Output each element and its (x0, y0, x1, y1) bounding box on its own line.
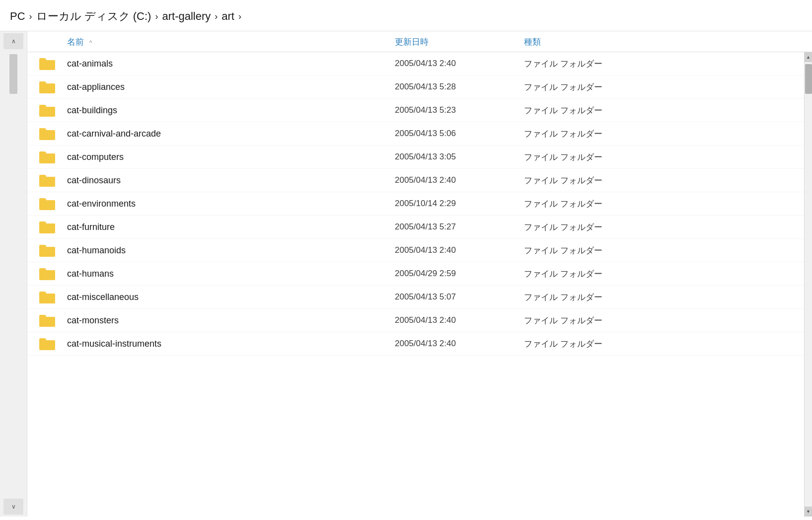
file-type: ファイル フォルダー (524, 268, 804, 280)
scroll-thumb[interactable] (805, 64, 812, 94)
left-scroll-up-button[interactable]: ∧ (3, 33, 23, 49)
file-type: ファイル フォルダー (524, 175, 804, 186)
file-name: cat-humanoids (67, 245, 395, 256)
folder-icon-cell (27, 57, 67, 70)
file-name: cat-buildings (67, 105, 395, 116)
file-date: 2005/04/13 5:06 (395, 129, 524, 139)
column-date-header[interactable]: 更新日時 (395, 36, 524, 48)
right-scrollbar: ▲ ▼ (804, 52, 812, 517)
table-row[interactable]: cat-musical-instruments 2005/04/13 2:40 … (27, 332, 804, 356)
folder-icon-cell (27, 314, 67, 327)
file-date: 2005/04/13 2:40 (395, 59, 524, 69)
file-date: 2005/04/13 5:07 (395, 292, 524, 302)
column-date-label: 更新日時 (395, 37, 429, 47)
folder-icon (39, 150, 55, 163)
folder-icon-cell (27, 80, 67, 93)
breadcrumb-pc[interactable]: PC (10, 10, 25, 23)
file-date: 2005/04/13 2:40 (395, 339, 524, 349)
file-date: 2005/04/29 2:59 (395, 269, 524, 279)
folder-icon (39, 104, 55, 117)
file-name: cat-miscellaneous (67, 292, 395, 302)
table-row[interactable]: cat-environments 2005/10/14 2:29 ファイル フォ… (27, 192, 804, 216)
file-type: ファイル フォルダー (524, 222, 804, 233)
folder-icon-cell (27, 104, 67, 117)
breadcrumb-sep-1: › (29, 11, 32, 22)
table-row[interactable]: cat-humanoids 2005/04/13 2:40 ファイル フォルダー (27, 239, 804, 262)
table-row[interactable]: cat-monsters 2005/04/13 2:40 ファイル フォルダー (27, 309, 804, 332)
table-row[interactable]: cat-appliances 2005/04/13 5:28 ファイル フォルダ… (27, 75, 804, 99)
file-name: cat-appliances (67, 82, 395, 92)
sort-arrow-icon: ^ (89, 39, 92, 46)
file-date: 2005/04/13 2:40 (395, 175, 524, 185)
breadcrumb-sep-4: › (238, 11, 241, 22)
breadcrumb-art[interactable]: art (221, 10, 234, 23)
file-type: ファイル フォルダー (524, 315, 804, 326)
scroll-down-button[interactable]: ▼ (805, 507, 812, 517)
folder-icon (39, 314, 55, 327)
breadcrumb: PC › ローカル ディスク (C:) › art-gallery › art … (0, 0, 812, 31)
folder-icon (39, 221, 55, 233)
file-type: ファイル フォルダー (524, 151, 804, 163)
folder-icon-cell (27, 337, 67, 350)
table-row[interactable]: cat-furniture 2005/04/13 5:27 ファイル フォルダー (27, 216, 804, 239)
breadcrumb-sep-2: › (155, 11, 158, 22)
breadcrumb-local-disk[interactable]: ローカル ディスク (C:) (36, 9, 151, 24)
folder-icon (39, 127, 55, 140)
column-type-header[interactable]: 種類 (524, 36, 812, 48)
table-row[interactable]: cat-buildings 2005/04/13 5:23 ファイル フォルダー (27, 99, 804, 122)
file-name: cat-monsters (67, 315, 395, 326)
file-type: ファイル フォルダー (524, 292, 804, 303)
table-row[interactable]: cat-computers 2005/04/13 3:05 ファイル フォルダー (27, 146, 804, 169)
file-name: cat-musical-instruments (67, 339, 395, 349)
file-name: cat-animals (67, 59, 395, 69)
table-row[interactable]: cat-carnival-and-arcade 2005/04/13 5:06 … (27, 122, 804, 146)
scroll-up-button[interactable]: ▲ (805, 52, 812, 62)
left-sidebar: ∧ ∨ (0, 31, 27, 517)
file-name: cat-humans (67, 269, 395, 279)
breadcrumb-sep-3: › (215, 11, 218, 22)
main-area: ∧ ∨ 名前 ^ 更新日時 種類 cat-an (0, 31, 812, 517)
file-name: cat-carnival-and-arcade (67, 129, 395, 139)
folder-icon-cell (27, 291, 67, 303)
table-row[interactable]: cat-animals 2005/04/13 2:40 ファイル フォルダー (27, 52, 804, 75)
file-date: 2005/04/13 5:28 (395, 82, 524, 92)
folder-icon (39, 80, 55, 93)
table-row[interactable]: cat-humans 2005/04/29 2:59 ファイル フォルダー (27, 262, 804, 286)
file-type: ファイル フォルダー (524, 58, 804, 70)
folder-icon-cell (27, 174, 67, 187)
scroll-container: cat-animals 2005/04/13 2:40 ファイル フォルダー c… (27, 52, 812, 517)
file-date: 2005/04/13 3:05 (395, 152, 524, 162)
column-header: 名前 ^ 更新日時 種類 (27, 31, 812, 52)
column-type-label: 種類 (524, 37, 541, 47)
folder-icon-cell (27, 197, 67, 210)
breadcrumb-art-gallery[interactable]: art-gallery (162, 10, 211, 23)
file-rows: cat-animals 2005/04/13 2:40 ファイル フォルダー c… (27, 52, 804, 517)
file-name: cat-dinosaurs (67, 175, 395, 186)
file-date: 2005/04/13 2:40 (395, 245, 524, 255)
file-name: cat-environments (67, 199, 395, 209)
table-row[interactable]: cat-dinosaurs 2005/04/13 2:40 ファイル フォルダー (27, 169, 804, 192)
folder-icon (39, 174, 55, 187)
file-list-container: 名前 ^ 更新日時 種類 cat-animals 2005/04/13 2:40… (27, 31, 812, 517)
file-type: ファイル フォルダー (524, 105, 804, 116)
folder-icon (39, 244, 55, 257)
file-type: ファイル フォルダー (524, 128, 804, 140)
folder-icon-cell (27, 244, 67, 257)
column-name-header[interactable]: 名前 ^ (27, 36, 395, 48)
folder-icon (39, 337, 55, 350)
file-type: ファイル フォルダー (524, 81, 804, 93)
file-type: ファイル フォルダー (524, 338, 804, 350)
file-name: cat-computers (67, 152, 395, 162)
table-row[interactable]: cat-miscellaneous 2005/04/13 5:07 ファイル フ… (27, 286, 804, 309)
file-date: 2005/04/13 5:27 (395, 222, 524, 232)
file-date: 2005/04/13 5:23 (395, 105, 524, 115)
folder-icon (39, 291, 55, 303)
column-name-label: 名前 (67, 37, 84, 47)
left-scroll-down-button[interactable]: ∨ (3, 499, 23, 515)
file-type: ファイル フォルダー (524, 245, 804, 256)
folder-icon (39, 267, 55, 280)
folder-icon-cell (27, 127, 67, 140)
folder-icon-cell (27, 150, 67, 163)
file-name: cat-furniture (67, 222, 395, 232)
left-scrollbar-thumb[interactable] (9, 54, 17, 94)
